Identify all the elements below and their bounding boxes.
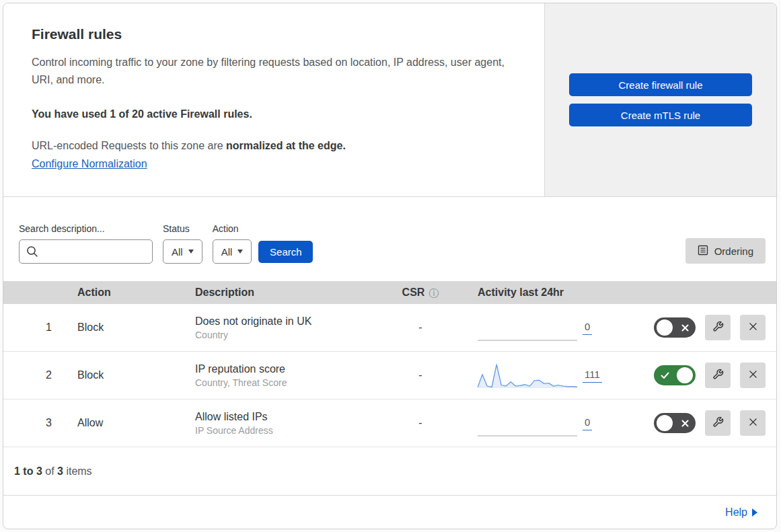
rule-action: Block [64,321,182,334]
configure-normalization-link[interactable]: Configure Normalization [32,158,147,169]
rule-description: Does not originate in UK [195,315,387,328]
toggle-off-x-icon [681,322,689,334]
search-box [19,239,153,264]
enable-toggle[interactable] [654,413,696,433]
delete-rule-button[interactable] [740,410,766,436]
item-total: 3 [57,465,63,477]
status-filter-group: Status All [163,223,202,264]
toggle-knob [677,367,693,383]
action-label: Action [213,223,252,234]
page-header-section: Firewall rules Control incoming traffic … [3,3,776,197]
help-link-label: Help [725,506,747,519]
toggle-knob [657,415,673,431]
rule-number: 1 [3,321,64,334]
rule-fields: Country [195,330,387,340]
column-header-csr: CSR ⓘ [387,287,454,299]
activity-count-link[interactable]: 0 [583,321,592,335]
table-row: 3 Allow Allow listed IPs IP Source Addre… [3,400,776,447]
table-row: 2 Block IP reputation score Country, Thr… [3,352,776,400]
search-button[interactable]: Search [258,241,313,263]
create-firewall-rule-button[interactable]: Create firewall rule [569,73,752,96]
rule-fields: Country, Threat Score [195,377,387,388]
table-header: Action Description CSR ⓘ Activity last 2… [3,281,776,304]
help-link[interactable]: Help [725,506,757,519]
action-select[interactable]: All [213,239,252,264]
search-filter-group: Search description... [19,223,153,264]
cta-panel: Create firewall rule Create mTLS rule [545,3,776,196]
status-select-value: All [172,246,183,258]
status-label: Status [163,223,202,234]
intro-panel: Firewall rules Control incoming traffic … [3,3,545,196]
wrench-icon [712,369,724,382]
normalization-text: URL-encoded Requests to this zone are [32,140,226,151]
pagination-summary: 1 to 3 of 3 items [3,447,776,496]
activity-sparkline [478,408,577,438]
filter-bar: Search description... Status All Action … [3,197,776,281]
items-text: items [63,465,92,477]
activity-count-link[interactable]: 0 [583,416,592,430]
chevron-down-icon [188,250,194,254]
enable-toggle[interactable] [654,317,696,338]
enable-toggle[interactable] [654,365,696,385]
arrow-right-icon [752,508,757,517]
page-description: Control incoming traffic to your zone by… [32,54,513,89]
rule-description-cell: Does not originate in UK Country [182,315,387,340]
action-filter-group: Action All [213,223,252,264]
firewall-rules-card: Firewall rules Control incoming traffic … [3,3,777,529]
rule-description: Allow listed IPs [195,411,387,423]
close-icon [747,321,759,334]
edit-rule-button[interactable] [705,363,731,388]
rule-activity-cell: 0 [454,408,619,438]
column-header-activity: Activity last 24hr [454,287,619,299]
info-icon[interactable]: ⓘ [429,288,439,298]
normalization-bold-text: normalized at the edge. [226,140,346,151]
action-select-value: All [221,246,233,258]
toggle-knob [657,319,673,336]
rule-csr-value: - [387,369,454,381]
column-header-action: Action [64,287,182,299]
column-header-description: Description [182,287,387,299]
close-icon [747,416,759,430]
table-row: 1 Block Does not originate in UK Country… [3,304,776,352]
rule-number: 2 [3,369,64,381]
activity-sparkline [478,313,577,342]
activity-sparkline [478,360,577,390]
ordering-button-label: Ordering [714,245,753,257]
activity-count-link[interactable]: 111 [583,369,602,383]
item-range: 1 to 3 [14,465,42,477]
csr-header-label: CSR [402,287,425,299]
normalization-notice: URL-encoded Requests to this zone are no… [32,140,517,152]
ordering-icon [698,245,708,258]
rule-controls [619,315,776,340]
rule-activity-cell: 0 [454,313,619,342]
rule-action: Allow [64,417,182,429]
rule-description-cell: IP reputation score Country, Threat Scor… [182,363,387,388]
status-select[interactable]: All [163,239,202,264]
wrench-icon [712,416,724,430]
rule-controls [619,363,776,388]
page-title: Firewall rules [32,26,517,42]
of-text: of [42,465,57,477]
rule-csr-value: - [387,417,454,429]
create-mtls-rule-button[interactable]: Create mTLS rule [569,104,752,126]
chevron-down-icon [237,250,243,254]
edit-rule-button[interactable] [705,410,731,436]
delete-rule-button[interactable] [740,315,766,340]
toggle-off-x-icon [681,418,689,430]
delete-rule-button[interactable] [740,363,766,388]
edit-rule-button[interactable] [705,315,731,340]
ordering-button[interactable]: Ordering [685,238,766,264]
search-label: Search description... [19,223,153,234]
search-input[interactable] [19,239,153,264]
rule-action: Block [64,369,182,381]
rule-description: IP reputation score [195,363,387,375]
rule-csr-value: - [387,321,454,334]
wrench-icon [712,321,724,334]
toggle-on-check-icon [661,370,669,382]
close-icon [747,369,759,382]
usage-notice: You have used 1 of 20 active Firewall ru… [32,108,517,120]
rule-activity-cell: 111 [454,360,619,390]
rule-description-cell: Allow listed IPs IP Source Address [182,411,387,436]
rule-controls [619,410,776,436]
rule-number: 3 [3,417,64,429]
